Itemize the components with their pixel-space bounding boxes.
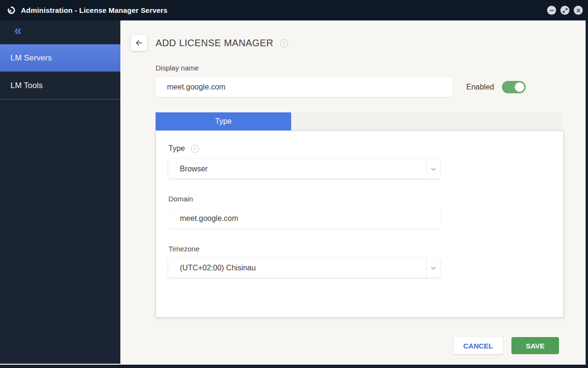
domain-input[interactable] xyxy=(168,209,440,229)
sidebar: « LM Servers LM Tools xyxy=(0,20,120,364)
display-name-input[interactable] xyxy=(156,77,453,97)
collapse-chevrons-icon: « xyxy=(14,23,21,38)
display-name-label: Display name xyxy=(156,64,199,72)
sidebar-collapse-button[interactable]: « xyxy=(14,24,21,37)
page-header: ADD LICENSE MANAGER i xyxy=(156,35,288,51)
tab-label: Type xyxy=(215,117,232,126)
close-button[interactable] xyxy=(574,6,583,15)
timezone-select[interactable]: (UTC+02:00) Chisinau xyxy=(168,258,440,278)
sidebar-item-label: LM Servers xyxy=(10,53,52,63)
enabled-label: Enabled xyxy=(466,83,494,91)
sidebar-item-label: LM Tools xyxy=(10,81,43,90)
chevron-down-icon xyxy=(426,159,440,179)
form-panel: Type i Browser Domain Timezone (UTC+02:0… xyxy=(156,130,564,318)
close-icon xyxy=(576,8,581,13)
timezone-select-value: (UTC+02:00) Chisinau xyxy=(168,264,426,272)
window-controls xyxy=(547,6,583,15)
type-select[interactable]: Browser xyxy=(168,159,440,179)
sidebar-item-lm-servers[interactable]: LM Servers xyxy=(0,44,120,72)
domain-label: Domain xyxy=(168,195,193,203)
save-button[interactable]: SAVE xyxy=(511,337,559,354)
sidebar-item-lm-tools[interactable]: LM Tools xyxy=(0,72,120,99)
app-logo-icon xyxy=(7,6,16,15)
page-info-icon[interactable]: i xyxy=(280,39,288,47)
window-body: « LM Servers LM Tools ADD LICENSE MANAGE… xyxy=(0,20,586,365)
maximize-icon xyxy=(562,8,568,13)
window-title: Administration - License Manager Servers xyxy=(21,6,167,14)
app-window: Administration - License Manager Servers xyxy=(0,0,588,368)
type-label-row: Type i xyxy=(168,144,199,153)
type-label: Type xyxy=(168,144,185,153)
tab-strip: Type xyxy=(156,112,563,130)
minimize-icon xyxy=(549,8,555,13)
type-info-icon[interactable]: i xyxy=(191,145,199,153)
timezone-label: Timezone xyxy=(168,245,199,253)
maximize-button[interactable] xyxy=(560,6,569,15)
enabled-row: Enabled xyxy=(466,77,526,97)
page-title: ADD LICENSE MANAGER xyxy=(156,38,274,49)
minimize-button[interactable] xyxy=(547,6,556,15)
toggle-knob xyxy=(515,82,524,92)
type-select-value: Browser xyxy=(168,165,426,173)
enabled-toggle[interactable] xyxy=(502,81,526,93)
back-button[interactable] xyxy=(131,35,147,51)
title-bar: Administration - License Manager Servers xyxy=(0,0,588,20)
back-arrow-icon xyxy=(135,39,143,47)
chevron-down-icon xyxy=(426,258,440,278)
tab-type[interactable]: Type xyxy=(156,112,291,130)
cancel-button[interactable]: CANCEL xyxy=(453,337,503,354)
main-content: ADD LICENSE MANAGER i Display name Enabl… xyxy=(120,20,586,365)
